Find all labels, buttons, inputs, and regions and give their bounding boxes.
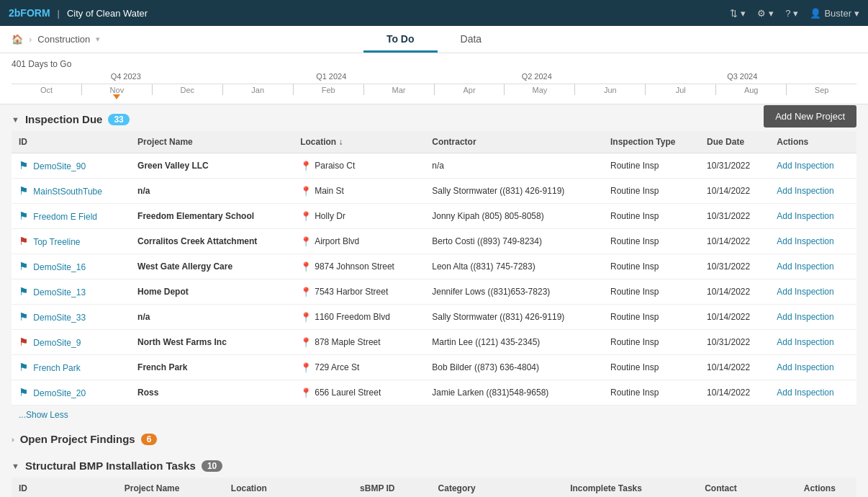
id-link[interactable]: DemoSite_90 bbox=[33, 161, 86, 171]
breadcrumb-chevron: ▾ bbox=[96, 35, 100, 44]
inspection-table-row: ⚑ DemoSite_16 West Gate Allergy Care 📍 9… bbox=[12, 254, 856, 279]
cell-location: 📍 9874 Johnson Street bbox=[293, 254, 425, 279]
show-less-link[interactable]: ...Show Less bbox=[12, 406, 856, 424]
structural-bmp-badge: 10 bbox=[202, 460, 222, 472]
help-nav-group[interactable]: ? ▾ bbox=[785, 8, 798, 19]
site-icon: ⚑ bbox=[19, 336, 28, 348]
sync-chevron: ▾ bbox=[741, 8, 746, 19]
cell-actions: Add Inspection bbox=[769, 179, 856, 204]
bmp-col-location: Location bbox=[224, 478, 353, 497]
open-findings-chevron: › bbox=[12, 435, 14, 444]
cell-id: ⚑ DemoSite_20 bbox=[12, 380, 130, 406]
add-inspection-link[interactable]: Add Inspection bbox=[777, 161, 833, 171]
settings-icon: ⚙ bbox=[757, 8, 766, 19]
cell-id: ⚑ French Park bbox=[12, 355, 130, 380]
cell-location: 📍 Main St bbox=[293, 179, 425, 204]
inspection-table-row: ⚑ DemoSite_90 Green Valley LLC 📍 Paraiso… bbox=[12, 153, 856, 179]
cell-location: 📍 729 Arce St bbox=[293, 355, 425, 380]
location-pin-icon: 📍 bbox=[300, 261, 312, 272]
cell-location: 📍 Holly Dr bbox=[293, 204, 425, 229]
tab-data[interactable]: Data bbox=[438, 27, 505, 53]
add-new-project-button[interactable]: Add New Project bbox=[764, 105, 856, 127]
bmp-col-category: Category bbox=[431, 478, 564, 497]
location-pin-icon: 📍 bbox=[300, 236, 312, 247]
site-icon: ⚑ bbox=[19, 361, 28, 373]
settings-nav-group[interactable]: ⚙ ▾ bbox=[757, 8, 774, 19]
id-link[interactable]: DemoSite_33 bbox=[33, 313, 86, 323]
cell-project-name: Home Depot bbox=[130, 279, 293, 305]
id-link[interactable]: DemoSite_13 bbox=[33, 287, 86, 297]
id-link[interactable]: DemoSite_20 bbox=[33, 388, 86, 398]
add-inspection-link[interactable]: Add Inspection bbox=[777, 388, 833, 398]
cell-inspection-type: Routine Insp bbox=[603, 153, 700, 179]
id-link[interactable]: MainStSouthTube bbox=[33, 187, 102, 197]
location-pin-icon: 📍 bbox=[300, 211, 312, 222]
breadcrumb-construction[interactable]: Construction bbox=[37, 34, 90, 45]
tabs-container: To Do Data bbox=[363, 27, 505, 51]
month-may: May bbox=[505, 84, 575, 95]
add-inspection-link[interactable]: Add Inspection bbox=[777, 211, 833, 221]
month-jun: Jun bbox=[575, 84, 646, 95]
cell-due-date: 10/14/2022 bbox=[700, 380, 769, 406]
cell-contractor: Jonny Kipah (805) 805-8058) bbox=[425, 204, 603, 229]
sync-nav-group[interactable]: ⇅ ▾ bbox=[730, 8, 746, 19]
top-navigation: 2bFORM | City of Clean Water ⇅ ▾ ⚙ ▾ ? ▾… bbox=[0, 0, 868, 26]
tab-todo[interactable]: To Do bbox=[363, 27, 438, 53]
location-pin-icon: 📍 bbox=[300, 337, 312, 348]
sync-icon: ⇅ bbox=[730, 8, 738, 19]
cell-contractor: Martin Lee ((121) 435-2345) bbox=[425, 330, 603, 355]
sub-header: 🏠 › Construction ▾ To Do Data bbox=[0, 26, 868, 53]
inspection-table-row: ⚑ DemoSite_13 Home Depot 📍 7543 Harbor S… bbox=[12, 279, 856, 305]
quarter-q3-2024: Q3 2024 bbox=[640, 72, 846, 81]
add-inspection-link[interactable]: Add Inspection bbox=[777, 236, 833, 246]
user-chevron: ▾ bbox=[854, 8, 859, 19]
add-inspection-link[interactable]: Add Inspection bbox=[777, 312, 833, 322]
inspection-table-row: ⚑ Top Treeline Corralitos Creek Attatchm… bbox=[12, 229, 856, 254]
col-project-name: Project Name bbox=[130, 131, 293, 153]
add-inspection-link[interactable]: Add Inspection bbox=[777, 337, 833, 347]
inspection-due-header[interactable]: ▼ Inspection Due 33 bbox=[12, 104, 130, 131]
col-contractor: Contractor bbox=[425, 131, 603, 153]
timeline-section: 401 Days to Go Q4 2023 Q1 2024 Q2 2024 Q… bbox=[0, 53, 868, 104]
site-icon: ⚑ bbox=[19, 386, 28, 398]
days-label: 401 Days to Go bbox=[12, 59, 856, 69]
open-project-findings-header[interactable]: › Open Project Findings 6 bbox=[12, 424, 856, 451]
cell-actions: Add Inspection bbox=[769, 229, 856, 254]
add-inspection-link[interactable]: Add Inspection bbox=[777, 186, 833, 196]
timeline-ruler: Oct Nov Dec Jan Feb Mar Apr May Jun Jul … bbox=[12, 84, 856, 95]
inspection-table-row: ⚑ Freedom E Field Freedom Elementary Sch… bbox=[12, 204, 856, 229]
cell-due-date: 10/31/2022 bbox=[700, 254, 769, 279]
cell-inspection-type: Routine Insp bbox=[603, 204, 700, 229]
cell-contractor: Jennifer Lows ((831)653-7823) bbox=[425, 279, 603, 305]
month-jan: Jan bbox=[223, 84, 294, 95]
cell-location: 📍 7543 Harbor Street bbox=[293, 279, 425, 305]
cell-actions: Add Inspection bbox=[769, 279, 856, 305]
structural-bmp-header[interactable]: ▼ Structural BMP Installation Tasks 10 bbox=[12, 451, 856, 478]
id-link[interactable]: Top Treeline bbox=[33, 237, 80, 247]
add-inspection-link[interactable]: Add Inspection bbox=[777, 362, 833, 372]
bmp-col-contact: Contact bbox=[697, 478, 797, 497]
add-inspection-link[interactable]: Add Inspection bbox=[777, 261, 833, 272]
month-aug: Aug bbox=[716, 84, 787, 95]
open-findings-title: Open Project Findings bbox=[20, 433, 135, 445]
user-nav-group[interactable]: 👤 Buster ▾ bbox=[810, 8, 859, 19]
home-icon[interactable]: 🏠 bbox=[12, 34, 23, 45]
cell-id: ⚑ Freedom E Field bbox=[12, 204, 130, 229]
cell-due-date: 10/14/2022 bbox=[700, 355, 769, 380]
timeline-quarters: Q4 2023 Q1 2024 Q2 2024 Q3 2024 bbox=[12, 72, 856, 81]
bmp-col-incomplete-tasks: Incomplete Tasks bbox=[563, 478, 697, 497]
id-link[interactable]: Freedom E Field bbox=[33, 212, 97, 222]
add-inspection-link[interactable]: Add Inspection bbox=[777, 287, 833, 297]
cell-inspection-type: Routine Insp bbox=[603, 305, 700, 330]
cell-id: ⚑ DemoSite_9 bbox=[12, 330, 130, 355]
id-link[interactable]: DemoSite_16 bbox=[33, 262, 86, 272]
id-link[interactable]: French Park bbox=[33, 363, 80, 373]
month-sep: Sep bbox=[787, 84, 856, 95]
cell-inspection-type: Routine Insp bbox=[603, 279, 700, 305]
bmp-col-id: ID bbox=[12, 478, 117, 497]
cell-project-name: West Gate Allergy Care bbox=[130, 254, 293, 279]
cell-due-date: 10/14/2022 bbox=[700, 229, 769, 254]
breadcrumb-separator: › bbox=[29, 34, 32, 45]
site-icon: ⚑ bbox=[19, 285, 28, 297]
id-link[interactable]: DemoSite_9 bbox=[33, 338, 81, 348]
